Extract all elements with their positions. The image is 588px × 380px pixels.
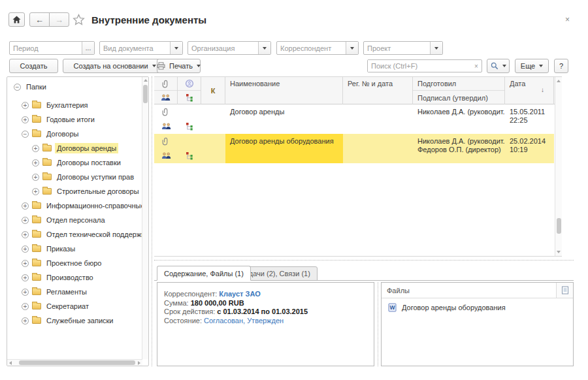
cell-name-active[interactable]: Договор аренды оборудования	[225, 134, 343, 163]
scroll-up-icon[interactable]	[144, 79, 148, 82]
doc-date: 25.02.2014	[510, 137, 550, 146]
details-tabstrip: Содержание, Файлы (1) Задачи (2), Связи …	[154, 266, 574, 281]
expand-icon[interactable]: +	[22, 116, 29, 123]
expand-icon[interactable]: +	[22, 289, 29, 296]
correspondent-dropdown-button[interactable]	[346, 42, 358, 54]
forward-button[interactable]: →	[49, 12, 69, 27]
detail-validity-line: Срок действия: с 01.03.2014 по 01.03.201…	[164, 308, 367, 317]
table-row[interactable]: Договор аренды Николаев Д.А. (руководит.…	[154, 104, 562, 134]
header-col-attachments[interactable]	[154, 77, 178, 104]
scroll-down-icon[interactable]	[557, 251, 561, 253]
tree-item-prikazy[interactable]: +Приказы	[7, 242, 77, 255]
correspondent-link[interactable]: Клауст ЗАО	[219, 290, 260, 298]
tree-item-sluzhebnye-zapiski[interactable]: +Служебные записки	[7, 314, 116, 327]
tree-horizontal-scrollbar[interactable]	[7, 359, 142, 366]
close-icon[interactable]: ×	[565, 15, 570, 24]
expand-icon[interactable]: +	[22, 202, 29, 210]
organization-input[interactable]	[188, 42, 258, 54]
collapse-icon[interactable]: −	[22, 131, 29, 138]
help-button[interactable]: ?	[554, 59, 568, 73]
table-details-splitter[interactable]	[154, 260, 574, 261]
tree-vertical-scrollbar[interactable]	[142, 77, 148, 359]
tree-scrollbar-thumb[interactable]	[19, 360, 135, 365]
state-links[interactable]: Согласован, Утвержден	[204, 317, 284, 325]
expand-icon[interactable]: +	[32, 145, 39, 152]
expand-icon[interactable]: +	[22, 231, 29, 238]
expand-icon[interactable]: +	[22, 317, 29, 325]
collapse-icon[interactable]: −	[14, 84, 21, 91]
cell-date: 25.02.2014 10:19	[505, 134, 554, 163]
cell-name[interactable]: Договор аренды	[225, 104, 343, 134]
header-col-prepared-signed[interactable]: Подготовил Подписал (утвердил)	[413, 77, 505, 104]
tree-table-splitter[interactable]	[152, 76, 152, 366]
more-button[interactable]: Еще	[515, 59, 549, 73]
open-file-button[interactable]	[556, 283, 573, 298]
folder-icon	[32, 245, 41, 252]
paperclip-icon	[162, 137, 170, 146]
back-button[interactable]: ←	[29, 12, 50, 27]
expand-icon[interactable]: +	[32, 159, 39, 166]
tree-item-info-spravochnye[interactable]: +Информационно-справочные	[7, 199, 147, 212]
tree-item-buhgalteria[interactable]: +Бухгалтерия	[7, 99, 90, 112]
tree-item-label: Договоры поставки	[55, 157, 123, 168]
project-input[interactable]	[364, 42, 430, 54]
header-col-name[interactable]: Наименование	[225, 77, 343, 104]
tree-item-dogovory-ustupki[interactable]: +Договоры уступки прав	[7, 170, 136, 183]
table-vertical-scrollbar[interactable]	[555, 77, 562, 256]
header-col-date[interactable]: Дата ↓	[505, 77, 554, 104]
search-button[interactable]	[487, 59, 510, 73]
expand-icon[interactable]: +	[22, 303, 29, 310]
validity-value: с 01.03.2014 по 01.03.2015	[217, 308, 308, 315]
organization-field	[188, 41, 271, 55]
header-col-status[interactable]	[178, 77, 201, 104]
header-col-k[interactable]: К	[201, 77, 225, 104]
header-signed-label: Подписал (утвердил)	[417, 94, 488, 102]
scroll-right-icon[interactable]	[138, 361, 140, 365]
tree-item-otdel-personala[interactable]: +Отдел персонала	[7, 214, 107, 227]
doc-type-input[interactable]	[100, 42, 170, 54]
tree-item-sekretariat[interactable]: +Секретариат	[7, 300, 91, 313]
tree-root-folders[interactable]: −Папки	[7, 80, 48, 93]
print-label: Печать	[169, 62, 193, 70]
tree-item-dogovory-arendy[interactable]: +Договоры аренды	[7, 142, 118, 155]
state-label: Состояние:	[164, 317, 204, 325]
expand-icon[interactable]: +	[22, 217, 29, 224]
tree-scrollbar-thumb[interactable]	[143, 85, 148, 103]
expand-icon[interactable]: +	[32, 188, 39, 195]
create-button[interactable]: Создать	[9, 59, 58, 73]
process-flow-icon	[186, 122, 193, 131]
table-scrollbar-thumb[interactable]	[557, 218, 561, 234]
favorite-star-icon[interactable]	[73, 14, 85, 27]
tree-item-proektnoe-buro[interactable]: +Проектное бюро	[7, 257, 103, 270]
period-ellipsis-button[interactable]: ...	[82, 42, 94, 54]
tree-item-dogovory[interactable]: −Договоры	[7, 127, 80, 140]
tree-item-stroitelnye[interactable]: +Строительные договоры	[7, 185, 141, 198]
file-list-item[interactable]: W Договор аренды оборудования	[382, 298, 573, 312]
expand-icon[interactable]: +	[22, 102, 29, 109]
period-input[interactable]	[10, 42, 82, 54]
expand-icon[interactable]: +	[32, 174, 39, 181]
tree-item-reglamenty[interactable]: +Регламенты	[7, 285, 89, 298]
correspondent-input[interactable]	[277, 42, 346, 54]
expand-icon[interactable]: +	[22, 245, 29, 253]
tree-item-otdel-podderzhki[interactable]: +Отдел технической поддержки	[7, 228, 149, 241]
search-input[interactable]	[368, 60, 471, 72]
tree-item-proizvodstvo[interactable]: +Производство	[7, 271, 95, 284]
organization-dropdown-button[interactable]	[258, 42, 270, 54]
project-dropdown-button[interactable]	[430, 42, 442, 54]
print-button[interactable]: Печать	[157, 59, 201, 73]
tree-item-godovye-itogi[interactable]: +Годовые итоги	[7, 113, 97, 126]
scroll-up-icon[interactable]	[557, 80, 561, 82]
search-clear-icon[interactable]: ×	[471, 60, 482, 72]
home-button[interactable]	[8, 12, 25, 27]
header-col-reg[interactable]: Рег. № и дата	[343, 77, 413, 104]
doc-type-dropdown-button[interactable]	[170, 42, 182, 54]
expand-icon[interactable]: +	[22, 274, 29, 281]
scroll-left-icon[interactable]	[9, 361, 12, 365]
create-based-on-button[interactable]: Создать на основании	[63, 59, 167, 73]
table-row-selected[interactable]: Договор аренды оборудования Николаев Д.А…	[154, 134, 562, 163]
expand-icon[interactable]: +	[22, 260, 29, 267]
tab-content-files[interactable]: Содержание, Файлы (1)	[157, 266, 251, 281]
details-files-splitter[interactable]	[378, 282, 378, 366]
tree-item-dogovory-postavki[interactable]: +Договоры поставки	[7, 156, 123, 169]
